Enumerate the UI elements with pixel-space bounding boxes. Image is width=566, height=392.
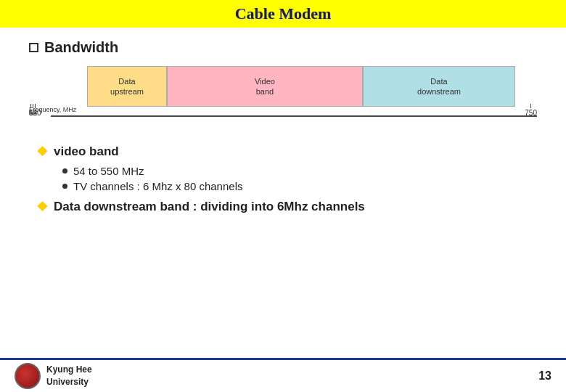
sub-bullet-text-1: 54 to 550 MHz [73, 165, 144, 177]
bandwidth-label: Bandwidth [44, 39, 118, 56]
sub-bullet-2: TV channels : 6 Mhz x 80 channels [62, 180, 537, 192]
axis-line [51, 115, 537, 117]
video-band-heading: ❖ video band [36, 144, 537, 160]
band-video: Videoband [167, 66, 363, 107]
dot-bullet-icon-1 [62, 168, 67, 173]
diagram-wrapper: Dataupstream Videoband Datadownstream Fr… [29, 66, 537, 117]
page-number: 13 [538, 369, 551, 383]
v-bullet-icon: ❖ [36, 144, 48, 160]
band-data-downstream: Datadownstream [363, 66, 515, 107]
logo-circle-icon [15, 363, 41, 389]
video-band-label: video band [54, 144, 119, 159]
sub-bullet-text-2: TV channels : 6 Mhz x 80 channels [73, 180, 242, 192]
main-content: Bandwidth Dataupstream Videoband Datadow… [0, 39, 566, 215]
video-band-section: ❖ video band 54 to 550 MHz TV channels :… [29, 144, 537, 192]
square-bullet-icon [29, 43, 38, 52]
title-bar: Cable Modem [0, 0, 566, 28]
bandwidth-diagram: Dataupstream Videoband Datadownstream Fr… [29, 66, 537, 131]
tick-550: 550 [29, 104, 41, 117]
bandwidth-heading: Bandwidth [29, 39, 537, 56]
downstream-label: Data downstream band : dividing into 6Mh… [54, 200, 365, 214]
downstream-section: ❖ Data downstream band : dividing into 6… [29, 200, 537, 216]
band-data-upstream: Dataupstream [87, 66, 167, 107]
university-name: Kyung Hee University [46, 364, 92, 388]
page-title: Cable Modem [0, 4, 566, 23]
tick-750: 750 [525, 104, 537, 117]
dot-bullet-icon-2 [62, 184, 67, 189]
v-bullet-icon-2: ❖ [36, 200, 48, 216]
video-band-sub-bullets: 54 to 550 MHz TV channels : 6 Mhz x 80 c… [62, 165, 537, 192]
sub-bullet-1: 54 to 550 MHz [62, 165, 537, 177]
footer: Kyung Hee University 13 [0, 358, 566, 392]
university-logo: Kyung Hee University [15, 363, 92, 389]
footer-content: Kyung Hee University 13 [0, 360, 566, 392]
